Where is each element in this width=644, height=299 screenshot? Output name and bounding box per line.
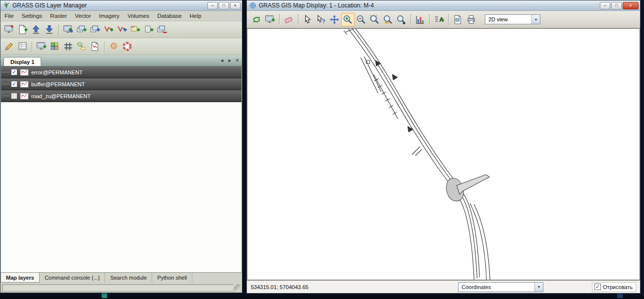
query-button[interactable]: ? — [314, 13, 328, 26]
create-workspace-button[interactable] — [16, 23, 29, 36]
menu-volumes[interactable]: Volumes — [123, 11, 153, 20]
edit-vector-button[interactable] — [2, 40, 16, 53]
menu-raster[interactable]: Raster — [46, 11, 71, 20]
tab-prev-icon[interactable]: ◄ — [220, 58, 224, 63]
layer-checkbox[interactable]: ✓ — [11, 93, 17, 99]
tab-map-layers[interactable]: Map layers — [0, 273, 40, 283]
zoom-back-button[interactable] — [381, 13, 395, 26]
overlay-text-icon: A — [434, 14, 444, 25]
toolbar-separator — [59, 24, 59, 35]
new-map-display-button[interactable] — [35, 40, 48, 53]
layer-checkbox[interactable]: ✓ — [11, 81, 17, 87]
map-canvas[interactable] — [247, 28, 640, 280]
add-overlay-text-button[interactable]: A — [432, 13, 446, 26]
maximize-button[interactable]: □ — [611, 2, 622, 9]
tab-next-icon[interactable]: ► — [228, 58, 232, 63]
menu-database[interactable]: Database — [153, 11, 185, 20]
new-display-button[interactable] — [2, 23, 16, 36]
cartographic-composer-button[interactable] — [88, 40, 102, 53]
open-workspace-icon — [31, 24, 41, 35]
view-mode-select[interactable]: 2D view ▼ — [485, 14, 540, 24]
menu-help[interactable]: Help — [185, 11, 205, 20]
tab-command-console[interactable]: Command console (...) — [40, 273, 105, 283]
query-icon: ? — [316, 14, 326, 25]
add-vector-layer-button[interactable] — [102, 23, 115, 36]
render-label: Отрисовать — [603, 284, 633, 290]
add-overlay-button[interactable] — [142, 23, 155, 36]
add-various-vector-button[interactable] — [115, 23, 128, 36]
settings-button[interactable]: ⚙ — [107, 40, 120, 53]
tab-close-icon[interactable]: × — [235, 57, 239, 64]
printer-icon — [466, 14, 476, 25]
minimize-button[interactable]: – — [207, 2, 218, 9]
layer-manager-titlebar[interactable]: GRASS GIS Layer Manager – □ × — [0, 0, 242, 11]
analyze-button[interactable] — [413, 13, 427, 26]
svg-text:?: ? — [322, 18, 325, 24]
toolbar-separator — [429, 14, 430, 25]
view-mode-value: 2D view — [485, 16, 531, 22]
add-raster-layer-icon — [76, 24, 87, 35]
save-display-icon — [265, 14, 275, 25]
layer-manager-statusbar — [0, 283, 242, 293]
layer-checkbox[interactable]: ✓ — [11, 69, 17, 75]
georectify-button[interactable] — [61, 40, 75, 53]
zoom-options-icon — [396, 14, 407, 25]
add-raster-layer-button[interactable] — [75, 23, 88, 36]
menu-file[interactable]: File — [0, 11, 18, 20]
erase-button[interactable] — [282, 13, 295, 26]
statusbar-mode-value: Coordinates — [459, 284, 534, 290]
menu-settings[interactable]: Settings — [18, 11, 47, 20]
taskbar-item[interactable] — [617, 293, 623, 298]
resize-grip[interactable] — [234, 284, 240, 291]
layer-row[interactable]: ✓ error@PERMANENT — [1, 66, 241, 78]
grass-logo-icon — [3, 2, 10, 9]
raster-calculator-button[interactable] — [48, 40, 61, 53]
render-checkbox[interactable]: ✓ — [594, 284, 601, 290]
zoom-options-button[interactable] — [395, 13, 408, 26]
help-button[interactable] — [120, 40, 134, 53]
tree-line — [2, 72, 9, 72]
minimize-button[interactable]: – — [600, 2, 610, 9]
tools-toolbar: ⚙ — [0, 38, 242, 55]
menu-imagery[interactable]: Imagery — [95, 11, 124, 20]
save-workspace-button[interactable] — [43, 23, 56, 36]
vector-map-icon — [20, 69, 29, 76]
layer-row[interactable]: ✓ buffer@PERMANENT — [1, 78, 241, 90]
map-display-titlebar[interactable]: GRASS GIS Map Display: 1 - Location: M-4… — [247, 0, 640, 11]
delete-layer-button[interactable] — [155, 23, 169, 36]
close-button[interactable]: × — [623, 2, 639, 9]
graphical-modeler-button[interactable] — [75, 40, 88, 53]
add-multiple-layers-button[interactable] — [61, 23, 75, 36]
pan-button[interactable] — [328, 13, 341, 26]
render-toggle[interactable]: ✓ Отрисовать — [592, 282, 636, 292]
toolbar-separator — [448, 14, 449, 25]
zoom-in-button[interactable] — [341, 13, 354, 26]
open-workspace-button[interactable] — [29, 23, 43, 36]
add-various-raster-button[interactable] — [88, 23, 102, 36]
save-display-button[interactable] — [263, 13, 277, 26]
tab-search-module[interactable]: Search module — [105, 273, 152, 283]
layer-list: ✓ error@PERMANENT ✓ buffer@PERMANENT ✓ r… — [0, 66, 242, 272]
attribute-table-button[interactable] — [16, 40, 29, 53]
display-tab[interactable]: Display 1 — [3, 57, 41, 66]
tab-python-shell[interactable]: Python shell — [152, 273, 192, 283]
menu-vector[interactable]: Vector — [71, 11, 95, 20]
add-vector-layer-icon — [103, 24, 114, 35]
maximize-button[interactable]: □ — [219, 2, 229, 9]
layer-row[interactable]: ✓ road_zu@PERMANENT — [1, 90, 241, 102]
close-button[interactable]: × — [230, 2, 240, 9]
save-to-file-button[interactable] — [451, 13, 465, 26]
zoom-extent-button[interactable] — [368, 13, 381, 26]
statusbar-mode-select[interactable]: Coordinates ▼ — [458, 282, 543, 292]
new-display-icon — [4, 24, 14, 35]
taskbar-item[interactable] — [102, 293, 107, 298]
re-render-button[interactable] — [250, 13, 263, 26]
pointer-button[interactable] — [301, 13, 314, 26]
zoom-out-button[interactable] — [354, 13, 368, 26]
chevron-down-icon: ▼ — [531, 15, 540, 24]
pointer-icon — [302, 14, 313, 25]
print-button[interactable] — [465, 13, 478, 26]
add-group-icon — [130, 24, 140, 35]
add-group-button[interactable] — [128, 23, 142, 36]
chevron-down-icon: ▼ — [534, 283, 543, 292]
